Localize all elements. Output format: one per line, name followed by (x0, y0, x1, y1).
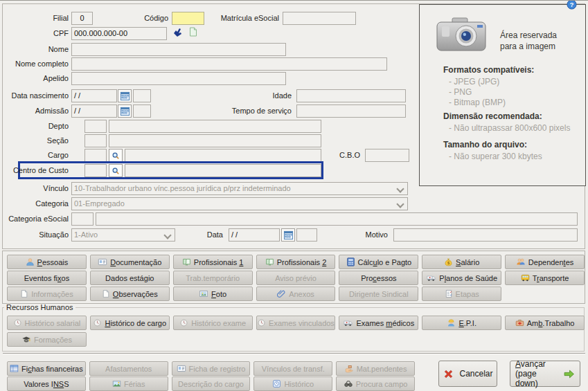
tab-salario[interactable]: $Salário (422, 255, 501, 269)
nome-completo-field[interactable] (71, 57, 387, 71)
ambulance-icon (426, 273, 436, 282)
empty-cell (422, 332, 501, 347)
secao-desc-field (109, 134, 321, 147)
document-icon (102, 289, 110, 298)
tab-row-1: PessoaisDocumentaçãoProfissionais 1Profi… (7, 255, 585, 269)
centro-custo-code-field[interactable] (84, 164, 107, 177)
btn-ficha-de-registro-label: Ficha de registro (189, 365, 246, 373)
empty-cell (505, 332, 585, 347)
tab-transporte[interactable]: Transporte (505, 271, 585, 285)
graduation-cap-icon (21, 335, 31, 344)
cbo-field[interactable] (365, 149, 409, 162)
rh-formacoes: Formações (7, 332, 87, 347)
ambulance-icon (343, 318, 353, 327)
magnifier-icon[interactable] (109, 164, 123, 177)
recursos-humanos-legend: Recursos Humanos (4, 303, 75, 311)
chevron-down-icon (163, 231, 171, 239)
empty-cell (173, 332, 253, 347)
situacao-data-field[interactable]: / / (229, 228, 280, 242)
btn-mat-pendentes-label: Mat.pendentes (357, 365, 407, 373)
admissao-field[interactable]: / / (71, 104, 117, 118)
table-icon (10, 364, 19, 373)
tab-foto[interactable]: Foto (173, 287, 253, 301)
secao-code-field[interactable] (84, 134, 107, 147)
rh-historico-exame: Histórico exame (173, 316, 253, 330)
tab-row-2: Eventos fixosDados estágioTrab.temporári… (7, 271, 585, 285)
id-card-icon (177, 364, 186, 373)
tab-transporte-label: Transporte (533, 274, 569, 282)
matricula-esocial-field[interactable] (283, 12, 356, 25)
situacao-data-extra-field[interactable] (296, 228, 317, 242)
categoria-label: Categoria (1, 197, 69, 210)
admissao-extra-field[interactable] (133, 104, 151, 118)
tab-dados-estagio[interactable]: Dados estágio (90, 271, 170, 285)
tab-eventos-fixos[interactable]: Eventos fixos (7, 271, 87, 285)
tab-trab-temporario-label: Trab.temporário (186, 274, 240, 282)
person-icon (26, 257, 35, 266)
tab-planos-de-saude[interactable]: Planos de Saúde (422, 271, 501, 285)
id-card-icon (98, 257, 107, 266)
tab-documentacao[interactable]: Documentação (90, 255, 170, 269)
cancel-button[interactable]: Cancelar (438, 361, 497, 387)
categoria-esocial-label: Categoria eSocial (1, 212, 69, 226)
rh-historico-de-cargo-label: Histórico de cargo (105, 319, 166, 327)
dimension-item: - Não ultrapassar 800x600 pixels (449, 123, 570, 134)
categoria-esocial-desc-field (96, 212, 578, 226)
filial-field[interactable]: 0 (71, 12, 93, 25)
magnifier-icon[interactable] (109, 149, 123, 162)
rh-historico-de-cargo[interactable]: Histórico de cargo (90, 316, 170, 330)
motivo-field[interactable] (393, 228, 578, 242)
help-icon[interactable]: ? (567, 0, 577, 10)
tab-dependentes[interactable]: Dependentes (505, 255, 585, 269)
matricula-esocial-label: Matrícula eSocial (204, 12, 279, 25)
depto-label: Depto (1, 120, 69, 133)
categoria-esocial-code-field[interactable] (71, 212, 93, 226)
tab-observacoes[interactable]: Observações (90, 287, 170, 301)
tab-processos[interactable]: Processos (339, 271, 418, 285)
rh-exames-medicos[interactable]: Exames médicos (339, 316, 418, 330)
chevron-down-icon (396, 185, 404, 192)
tab-profissionais-1[interactable]: Profissionais 1 (173, 255, 253, 269)
book-icon (182, 257, 191, 266)
vinculo-label: Vínculo (1, 182, 69, 195)
copy-page-icon[interactable] (187, 26, 199, 38)
btn-ferias-label: Férias (124, 380, 145, 388)
btn-fichas-financeiras[interactable]: Fichas financeiras (7, 361, 86, 376)
rh-e-p-i-label: E.P.I. (458, 319, 476, 327)
nome-field[interactable] (71, 43, 286, 56)
depto-code-field[interactable] (84, 120, 107, 133)
cargo-code-field[interactable] (84, 149, 107, 162)
cargo-label: Cargo (1, 149, 69, 162)
book-icon (265, 257, 274, 266)
bottom-row-2: Valores INSSFériasDescrição do cargoHist… (7, 376, 415, 391)
tab-calculo-e-pagto[interactable]: Cálculo e Pagto (339, 255, 418, 269)
tab-profissionais-1-label: Profissionais 1 (194, 258, 244, 266)
calendar-icon[interactable] (118, 104, 132, 118)
tab-profissionais-2[interactable]: Profissionais 2 (256, 255, 336, 269)
paperclip-icon (277, 289, 286, 298)
vinculo-value: 10-Trabalhador urbano vínc.pessoa jurídi… (74, 184, 291, 192)
tab-calculo-e-pagto-label: Cálculo e Pagto (358, 258, 412, 266)
history-icon (257, 318, 266, 327)
history-icon (179, 318, 188, 327)
calendar-icon[interactable] (118, 89, 132, 102)
worker-icon (447, 318, 456, 327)
codigo-field[interactable] (172, 12, 204, 25)
rh-amb-trabalho[interactable]: Amb.Trabalho (505, 316, 585, 330)
tab-pessoais[interactable]: Pessoais (7, 255, 87, 269)
rh-e-p-i[interactable]: E.P.I. (422, 316, 501, 330)
green-arrow-icon (563, 368, 575, 380)
data-nascimento-field[interactable]: / / (71, 89, 117, 102)
btn-valores-inss[interactable]: Valores INSS (7, 376, 86, 391)
cpf-field[interactable]: 000.000.000-00 (71, 27, 167, 40)
bottom-separator (3, 353, 585, 354)
advance-button[interactable]: Avançar (page down) (510, 361, 580, 387)
filesize-title: Tamanho do arquivo: (443, 140, 527, 149)
vinculo-dropdown: 10-Trabalhador urbano vínc.pessoa jurídi… (71, 182, 408, 195)
validate-icon[interactable] (172, 26, 184, 39)
apelido-field[interactable] (71, 72, 286, 85)
calendar-icon[interactable] (281, 228, 295, 242)
situacao-label: Situação (1, 228, 69, 242)
depto-desc-field (109, 120, 321, 133)
data-nascimento-extra-field[interactable] (133, 89, 151, 102)
